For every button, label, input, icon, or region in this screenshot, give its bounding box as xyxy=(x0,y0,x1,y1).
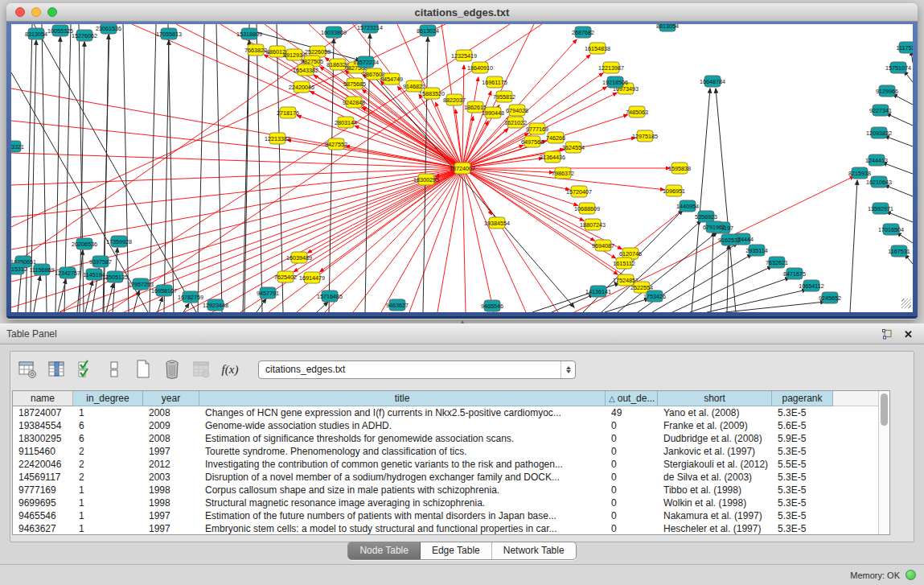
graph-node[interactable]: 1595838 xyxy=(668,163,691,174)
network-canvas[interactable]: 1872400776638228860128891293425226058982… xyxy=(11,24,913,312)
graph-node[interactable]: 12923448 xyxy=(203,299,228,311)
table-vertical-scrollbar[interactable] xyxy=(878,391,889,534)
graph-node[interactable]: 7986372 xyxy=(552,167,574,179)
table-row[interactable]: 1938455462009Genome-wide association stu… xyxy=(13,419,878,432)
column-header[interactable]: year xyxy=(143,391,199,406)
graph-node[interactable]: 9777169 xyxy=(526,123,548,134)
deselect-all-icon[interactable] xyxy=(104,359,125,380)
column-header[interactable]: title xyxy=(199,391,606,406)
graph-node[interactable]: 10688609 xyxy=(574,203,600,214)
graph-node[interactable]: 9242848 xyxy=(343,97,365,108)
select-all-icon[interactable] xyxy=(75,359,96,380)
window-titlebar[interactable]: citations_edges.txt xyxy=(6,3,918,22)
graph-node[interactable]: 9465546 xyxy=(481,300,503,311)
graph-node[interactable]: 14136141 xyxy=(585,286,611,297)
graph-node[interactable]: 12975185 xyxy=(632,130,658,142)
graph-node[interactable]: 1753426 xyxy=(643,290,666,302)
graph-node[interactable]: 15318809 xyxy=(236,28,262,39)
graph-node[interactable]: 746266 xyxy=(546,132,565,143)
function-builder-icon[interactable]: f(x) xyxy=(220,359,240,380)
graph-node[interactable]: 12093832 xyxy=(866,127,892,138)
graph-node[interactable]: 17055813 xyxy=(156,28,182,39)
graph-node[interactable]: 3624554 xyxy=(562,142,585,153)
graph-node[interactable]: 2687682 xyxy=(572,27,594,38)
graph-node[interactable]: 8427552 xyxy=(325,138,347,150)
graph-node[interactable]: 15723214 xyxy=(357,24,383,33)
graph-node[interactable]: 9457791 xyxy=(257,287,279,299)
graph-node[interactable]: 7663822 xyxy=(244,44,267,56)
graph-node[interactable]: 6791962 xyxy=(703,221,725,233)
graph-node[interactable]: 21364436 xyxy=(540,151,565,163)
graph-node[interactable]: 8471675 xyxy=(783,268,806,279)
graph-node[interactable]: 13592971 xyxy=(868,203,893,214)
new-table-icon[interactable] xyxy=(133,359,154,380)
table-row[interactable]: 1872400712008Changes of HCN gene express… xyxy=(13,406,878,419)
graph-node[interactable]: 23061536 xyxy=(96,24,121,34)
graph-node[interactable]: 17016504 xyxy=(878,224,904,235)
float-panel-icon[interactable] xyxy=(882,329,893,340)
graph-node[interactable]: 5875685 xyxy=(343,78,366,89)
column-header[interactable]: short xyxy=(658,391,772,406)
graph-node[interactable]: 1621022 xyxy=(504,117,527,128)
table-row[interactable]: 911546021997Tourette syndrome. Phenomeno… xyxy=(13,445,878,458)
tab-edge-table[interactable]: Edge Table xyxy=(421,542,492,559)
graph-node[interactable]: 1117536 xyxy=(897,42,913,53)
column-header[interactable]: △out_de... xyxy=(606,391,658,406)
graph-node[interactable]: 1990448 xyxy=(482,107,504,118)
graph-node[interactable]: 7625402 xyxy=(274,271,297,282)
graph-node[interactable]: 2718176 xyxy=(277,107,299,118)
graph-node[interactable]: 12342757 xyxy=(55,267,80,278)
graph-node[interactable]: 8813054 xyxy=(656,24,679,31)
graph-node[interactable]: 16648784 xyxy=(700,76,725,87)
graph-node[interactable]: 6794028 xyxy=(506,105,528,116)
graph-node[interactable]: 7632621 xyxy=(766,257,788,268)
table-row[interactable]: 1830029562008Estimation of significance … xyxy=(13,432,878,445)
graph-node[interactable]: 1615112 xyxy=(613,257,634,269)
table-row[interactable]: 977716911998Corpus callosum shape and si… xyxy=(13,484,878,496)
graph-node[interactable]: 9245652 xyxy=(819,292,841,303)
graph-node[interactable]: 12213383 xyxy=(265,133,290,144)
delete-table-icon[interactable] xyxy=(162,359,183,380)
graph-node[interactable]: 10654112 xyxy=(799,280,823,291)
graph-node[interactable]: 3915312 xyxy=(11,263,27,274)
close-panel-icon[interactable]: ✕ xyxy=(904,329,913,340)
graph-node[interactable]: 7955812 xyxy=(493,91,515,102)
graph-node[interactable]: 1440954 xyxy=(676,200,699,212)
graph-node[interactable]: 1244413 xyxy=(865,154,888,166)
graph-node[interactable]: 16154838 xyxy=(585,43,610,54)
table-row[interactable]: 946362711997Embryonic stem cells: a mode… xyxy=(13,522,878,534)
graph-node[interactable]: 15716485 xyxy=(317,290,343,302)
graph-node[interactable]: 8613024 xyxy=(417,25,439,36)
graph-node[interactable]: 15751074 xyxy=(885,62,911,73)
graph-node[interactable]: 9397587 xyxy=(89,256,112,267)
graph-node[interactable]: 5358923 xyxy=(695,211,717,222)
graph-node[interactable]: 15720407 xyxy=(566,186,592,197)
resize-grip-icon[interactable] xyxy=(901,299,911,308)
tab-network-table[interactable]: Network Table xyxy=(492,542,576,559)
graph-node[interactable]: 2803144 xyxy=(335,117,357,128)
graph-node[interactable]: 1903321 xyxy=(11,141,24,152)
import-table-icon[interactable] xyxy=(191,359,211,380)
scrollbar-thumb[interactable] xyxy=(881,393,888,426)
graph-node[interactable]: 15276062 xyxy=(72,30,97,41)
graph-node[interactable]: 16210643 xyxy=(866,176,892,187)
graph-node[interactable]: 9162533 xyxy=(718,234,741,245)
graph-node[interactable]: 9694087 xyxy=(592,240,614,251)
graph-node[interactable]: 9227341 xyxy=(869,105,892,116)
column-header[interactable]: name xyxy=(13,391,73,406)
graph-node[interactable]: 2935114 xyxy=(745,245,767,256)
tab-node-table[interactable]: Node Table xyxy=(348,542,421,559)
show-columns-icon[interactable] xyxy=(46,359,67,380)
column-header[interactable]: in_degree xyxy=(73,391,143,406)
graph-node[interactable]: 22420046 xyxy=(289,81,314,93)
table-row[interactable]: 946554611997Estimation of the future num… xyxy=(13,509,878,522)
graph-node[interactable]: 1096951 xyxy=(663,185,685,196)
table-options-icon[interactable] xyxy=(17,359,38,380)
graph-node[interactable]: 16914479 xyxy=(299,272,325,283)
graph-node[interactable]: 13505135 xyxy=(102,271,128,282)
graph-node[interactable]: 9463627 xyxy=(386,299,409,311)
graph-node[interactable]: 12213987 xyxy=(598,62,624,73)
graph-node[interactable]: 18807243 xyxy=(580,219,606,230)
graph-node[interactable]: 16033809 xyxy=(321,27,347,38)
graph-node[interactable]: 15883520 xyxy=(419,88,445,99)
